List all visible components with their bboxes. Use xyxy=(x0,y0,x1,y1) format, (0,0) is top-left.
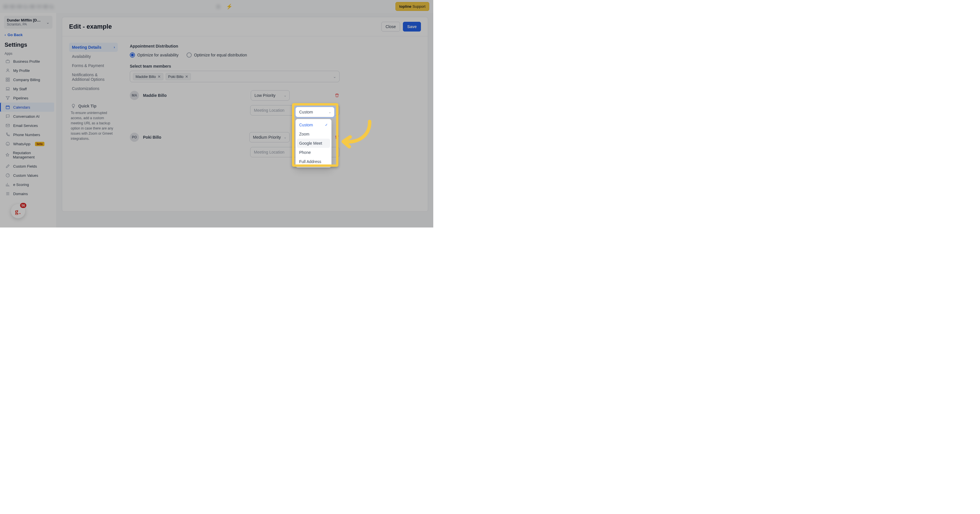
trash-icon[interactable] xyxy=(334,135,340,140)
priority-select-maddie[interactable]: Low Priority ⌄ xyxy=(251,90,290,100)
sidebar-item-label: Pipelines xyxy=(13,96,29,100)
option-full-address[interactable]: Full Address xyxy=(296,157,331,166)
sidebar-item-company-billing[interactable]: Company Billing xyxy=(2,75,54,84)
option-google-meet[interactable]: Google Meet xyxy=(297,138,330,148)
option-label: Phone xyxy=(299,150,310,155)
svg-rect-5 xyxy=(8,80,10,81)
sidebar-item-email-services[interactable]: Email Services xyxy=(2,121,54,130)
star-icon xyxy=(5,153,10,157)
laptop-icon xyxy=(5,86,10,91)
page-title: Edit - example xyxy=(69,23,112,30)
bolt-icon: ⚡ xyxy=(226,3,232,10)
nav-item-notifications-additional-options[interactable]: Notifications & Additional Options xyxy=(69,70,118,84)
nav-item-meeting-details[interactable]: Meeting Details› xyxy=(69,43,118,52)
chevron-right-icon: › xyxy=(114,45,115,49)
main: Edit - example Close Save Meeting Detail… xyxy=(57,13,433,228)
radio-avail-label: Optimize for availability xyxy=(137,53,178,57)
sidebar-item-label: Company Billing xyxy=(13,78,40,82)
support-suffix: Support xyxy=(412,4,426,9)
chevron-down-icon: ⌄ xyxy=(284,135,286,139)
sidebar-item-label: My Profile xyxy=(13,68,30,73)
option-label: Google Meet xyxy=(299,141,322,146)
svg-rect-4 xyxy=(6,80,8,81)
chevron-left-icon: ‹ xyxy=(5,33,6,37)
funnel-icon xyxy=(5,96,10,100)
radio-equal-label: Optimize for equal distribution xyxy=(194,53,247,57)
priority-select-poki[interactable]: Medium Priority ⌄ xyxy=(249,132,290,142)
sidebar-item-reputation-management[interactable]: Reputation Management xyxy=(2,148,54,162)
sidebar-item-my-profile[interactable]: My Profile xyxy=(2,66,54,75)
remove-tag-icon[interactable]: ✕ xyxy=(158,75,161,79)
tag-poki[interactable]: Poki Billo ✕ xyxy=(165,73,191,80)
sidebar-item-my-staff[interactable]: My Staff xyxy=(2,84,54,93)
sidebar: Dunder Mifflin [D… Scranton, PA ⌄ ‹ Go B… xyxy=(0,13,57,228)
tag-label: Maddie Billo xyxy=(135,75,156,79)
nav-label: Customizations xyxy=(72,86,99,91)
members-label: Select team members xyxy=(130,64,340,68)
select-value: Custom xyxy=(299,110,313,114)
svg-point-1 xyxy=(7,69,8,70)
save-button[interactable]: Save xyxy=(403,22,421,32)
phone-icon xyxy=(5,132,10,137)
chevron-down-icon: ⌄ xyxy=(46,20,49,25)
sidebar-item-custom-values[interactable]: Custom Values xyxy=(2,171,54,180)
svg-rect-7 xyxy=(6,106,10,109)
type-dropdown[interactable]: Custom✓ZoomGoogle MeetPhoneFull Address xyxy=(296,119,331,168)
org-switcher[interactable]: Dunder Mifflin [D… Scranton, PA ⌄ xyxy=(4,16,52,29)
list-icon xyxy=(5,191,10,196)
radio-optimize-equal[interactable]: Optimize for equal distribution xyxy=(186,53,247,57)
avatar: PO xyxy=(130,133,139,142)
edit-panel: Edit - example Close Save Meeting Detail… xyxy=(62,17,428,212)
sidebar-item-custom-fields[interactable]: Custom Fields xyxy=(2,162,54,171)
support-brand: topline xyxy=(399,4,412,9)
svg-rect-2 xyxy=(6,78,8,80)
nav-item-customizations[interactable]: Customizations xyxy=(69,84,118,93)
sidebar-item-calendars[interactable]: Calendars xyxy=(0,103,54,112)
beta-badge: beta xyxy=(35,142,45,146)
team-members-input[interactable]: Maddie Billo ✕ Poki Billo ✕ ⌄ xyxy=(130,71,340,82)
topbar: H • G • H • L • E • V • E • L A ⚡ toplin… xyxy=(0,0,433,13)
shell: Dunder Mifflin [D… Scranton, PA ⌄ ‹ Go B… xyxy=(0,13,433,228)
select-value: Medium Priority xyxy=(253,135,281,140)
sidebar-item-e-scoring[interactable]: e Scoring xyxy=(2,180,54,189)
sidebar-item-label: Business Profile xyxy=(13,59,40,64)
svg-point-9 xyxy=(6,142,10,146)
sidebar-heading: Settings xyxy=(2,38,54,51)
go-back-link[interactable]: ‹ Go Back xyxy=(2,32,54,38)
tag-maddie[interactable]: Maddie Billo ✕ xyxy=(133,73,163,80)
trash-icon[interactable] xyxy=(334,93,340,98)
grid-icon xyxy=(5,77,10,82)
sidebar-item-domains[interactable]: Domains xyxy=(2,189,54,198)
svg-rect-0 xyxy=(6,60,10,63)
chart-icon xyxy=(5,182,10,187)
select-value: Low Priority xyxy=(255,93,275,98)
nav-item-availability[interactable]: Availability xyxy=(69,52,118,61)
floating-badge[interactable]: g. 56 xyxy=(11,204,25,218)
option-phone[interactable]: Phone xyxy=(296,148,331,157)
sidebar-item-phone-numbers[interactable]: Phone Numbers xyxy=(2,130,54,139)
nav-item-forms-payment[interactable]: Forms & Payment xyxy=(69,61,118,70)
option-label: Full Address xyxy=(299,159,321,164)
sidebar-item-conversation-ai[interactable]: Conversation AI xyxy=(2,112,54,121)
sidebar-item-label: Domains xyxy=(13,192,28,196)
tag-label: Poki Billo xyxy=(168,75,183,79)
whatsapp-icon xyxy=(5,142,10,146)
inner-nav: Meeting Details›AvailabilityForms & Paym… xyxy=(69,43,118,157)
sidebar-item-whatsapp[interactable]: WhatsAppbeta xyxy=(2,139,54,148)
sidebar-item-label: Custom Fields xyxy=(13,164,37,169)
option-zoom[interactable]: Zoom xyxy=(296,129,331,138)
svg-rect-6 xyxy=(6,88,10,89)
option-custom[interactable]: Custom✓ xyxy=(296,120,331,129)
remove-tag-icon[interactable]: ✕ xyxy=(185,75,188,79)
sidebar-item-business-profile[interactable]: Business Profile xyxy=(2,57,54,66)
radio-optimize-availability[interactable]: Optimize for availability xyxy=(130,53,178,57)
avatar: MA xyxy=(130,91,139,100)
sidebar-item-label: Calendars xyxy=(13,105,30,110)
placeholder: Meeting Location xyxy=(254,150,285,154)
sidebar-group-label: Apps xyxy=(2,51,54,57)
sidebar-item-label: Custom Values xyxy=(13,173,38,178)
type-select-maddie[interactable]: Custom ⌄ xyxy=(296,107,334,117)
close-button[interactable]: Close xyxy=(382,22,400,32)
sidebar-item-pipelines[interactable]: Pipelines xyxy=(2,93,54,103)
support-button[interactable]: topline Support xyxy=(395,2,429,11)
